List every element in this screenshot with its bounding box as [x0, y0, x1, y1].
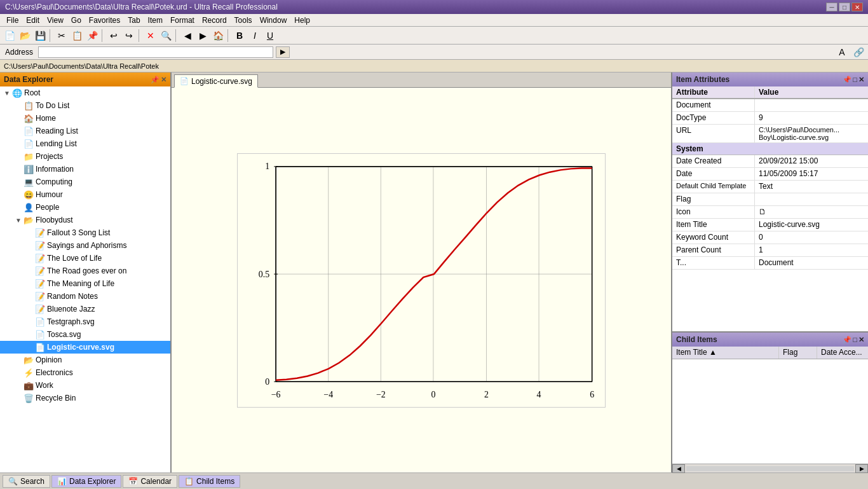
- tree-item-sayings[interactable]: 📝Sayings and Aphorisms: [0, 239, 170, 252]
- open-button[interactable]: 📂: [18, 29, 32, 43]
- menu-item-go[interactable]: Go: [67, 14, 85, 26]
- address-input[interactable]: [38, 46, 273, 58]
- underline-button[interactable]: U: [263, 29, 277, 43]
- child-table-header: Item Title ▲ Flag Date Acce...: [672, 347, 868, 359]
- icon-projects: 📁: [23, 151, 34, 162]
- tree-item-recyclebin[interactable]: 🗑️Recycle Bin: [0, 392, 170, 404]
- redo-button[interactable]: ↪: [122, 29, 136, 43]
- tree-item-opinion[interactable]: 📂Opinion: [0, 354, 170, 366]
- icon-lending: 📄: [23, 138, 34, 149]
- home-button[interactable]: 🏠: [211, 29, 225, 43]
- attr-close-button[interactable]: ✕: [858, 76, 864, 84]
- calendar-status-button[interactable]: 📅 Calendar: [123, 475, 177, 488]
- child-col-title[interactable]: Item Title ▲: [672, 347, 779, 359]
- forward-button[interactable]: ▶: [196, 29, 210, 43]
- menu-item-tools[interactable]: Tools: [231, 14, 256, 26]
- paste-button[interactable]: 📌: [85, 29, 99, 43]
- go-button[interactable]: ▶: [276, 46, 290, 58]
- tree-item-lovelive[interactable]: 📝The Love of Life: [0, 252, 170, 265]
- tree-item-logistic[interactable]: 📄Logistic-curve.svg: [0, 341, 170, 354]
- menu-item-tab[interactable]: Tab: [124, 14, 144, 26]
- menu-item-item[interactable]: Item: [144, 14, 166, 26]
- cut-button[interactable]: ✂: [55, 29, 69, 43]
- child-pin-button[interactable]: 📌: [843, 336, 851, 344]
- tree-item-randomnotes[interactable]: 📝Random Notes: [0, 290, 170, 303]
- status-bar: 🔍 Search 📊 Data Explorer 📅 Calendar 📋 Ch…: [0, 472, 868, 489]
- menu-item-file[interactable]: File: [3, 14, 22, 26]
- search-status-button[interactable]: 🔍 Search: [3, 475, 50, 488]
- expander-root[interactable]: ▼: [3, 88, 11, 97]
- expander-lovelive: [25, 254, 34, 263]
- menu-item-window[interactable]: Window: [256, 14, 291, 26]
- attr-name-flag: Flag: [672, 193, 755, 205]
- menu-item-format[interactable]: Format: [166, 14, 198, 26]
- scroll-right-button[interactable]: ▶: [855, 464, 868, 473]
- tree-item-root[interactable]: ▼🌐Root: [0, 86, 170, 99]
- menu-item-view[interactable]: View: [43, 14, 67, 26]
- panel-pin-button[interactable]: 📌: [151, 76, 159, 84]
- menu-item-favorites[interactable]: Favorites: [85, 14, 124, 26]
- copy-button[interactable]: 📋: [70, 29, 84, 43]
- attr-max-button[interactable]: □: [853, 76, 857, 84]
- child-close-button[interactable]: ✕: [858, 336, 864, 344]
- tree-item-home[interactable]: 🏠Home: [0, 112, 170, 125]
- scroll-left-button[interactable]: ◀: [672, 464, 685, 473]
- tree-item-lending[interactable]: 📄Lending List: [0, 137, 170, 150]
- tree-item-electronics[interactable]: ⚡Electronics: [0, 366, 170, 379]
- menu-item-record[interactable]: Record: [198, 14, 231, 26]
- tree-item-bluenote[interactable]: 📝Bluenote Jazz: [0, 303, 170, 315]
- bold-button[interactable]: B: [233, 29, 247, 43]
- child-col-dateaccess[interactable]: Date Acce...: [817, 347, 868, 359]
- icon-reading: 📄: [23, 125, 34, 137]
- tree-item-work[interactable]: 💼Work: [0, 379, 170, 392]
- minimize-button[interactable]: ─: [826, 3, 837, 11]
- expander-floobydust[interactable]: ▼: [14, 216, 23, 224]
- label-electronics: Electronics: [36, 368, 73, 377]
- tree-item-testgraph[interactable]: 📄Testgraph.svg: [0, 315, 170, 328]
- tree-item-information[interactable]: ℹ️Information: [0, 163, 170, 176]
- panel-close-button[interactable]: ✕: [161, 76, 166, 84]
- tree-item-meaninglife[interactable]: 📝The Meaning of Life: [0, 277, 170, 290]
- label-humour: Humour: [36, 190, 63, 199]
- italic-button[interactable]: I: [248, 29, 262, 43]
- close-button[interactable]: ✕: [851, 3, 863, 11]
- tree-item-tosca[interactable]: 📄Tosca.svg: [0, 328, 170, 341]
- back-button[interactable]: ◀: [180, 29, 194, 43]
- new-button[interactable]: 📄: [3, 29, 17, 43]
- attr-pin-button[interactable]: 📌: [843, 76, 851, 84]
- address-label: Address: [3, 48, 36, 57]
- child-col-flag[interactable]: Flag: [779, 347, 817, 359]
- calendar-label: Calendar: [140, 477, 172, 486]
- child-scrollbar[interactable]: ◀ ▶: [672, 464, 868, 472]
- child-items-status-button[interactable]: 📋 Child Items: [179, 475, 240, 488]
- menu-item-help[interactable]: Help: [290, 14, 314, 26]
- data-explorer-status-button[interactable]: 📊 Data Explorer: [51, 475, 121, 488]
- attr-name-datecreated: Date Created: [672, 155, 755, 167]
- tree-item-fallout[interactable]: 📝Fallout 3 Song List: [0, 226, 170, 239]
- sep3: [139, 29, 141, 42]
- search-button[interactable]: 🔍: [159, 29, 173, 43]
- undo-button[interactable]: ↩: [107, 29, 121, 43]
- tree-item-computing[interactable]: 💻Computing: [0, 176, 170, 188]
- delete-button[interactable]: ✕: [144, 29, 158, 43]
- label-information: Information: [36, 165, 74, 174]
- label-opinion: Opinion: [36, 355, 62, 364]
- menu-item-edit[interactable]: Edit: [22, 14, 43, 26]
- tree-item-roadgoes[interactable]: 📝The Road goes ever on: [0, 265, 170, 277]
- save-button[interactable]: 💾: [33, 29, 47, 43]
- restore-button[interactable]: □: [839, 3, 850, 11]
- child-max-button[interactable]: □: [853, 336, 857, 344]
- link-button[interactable]: 🔗: [851, 45, 865, 59]
- label-projects: Projects: [36, 152, 63, 161]
- tree-item-humour[interactable]: 😄Humour: [0, 188, 170, 201]
- tree-item-people[interactable]: 👤People: [0, 201, 170, 214]
- label-home: Home: [36, 114, 56, 123]
- tree-item-floobydust[interactable]: ▼📂Floobydust: [0, 214, 170, 226]
- tree-item-todo[interactable]: 📋To Do List: [0, 99, 170, 112]
- tree-item-reading[interactable]: 📄Reading List: [0, 125, 170, 137]
- format-button[interactable]: A: [835, 45, 849, 59]
- tree-item-projects[interactable]: 📁Projects: [0, 150, 170, 163]
- active-tab[interactable]: 📄 Logistic-curve.svg: [174, 74, 258, 88]
- child-title: Child Items: [676, 335, 717, 344]
- tab-icon: 📄: [180, 77, 189, 85]
